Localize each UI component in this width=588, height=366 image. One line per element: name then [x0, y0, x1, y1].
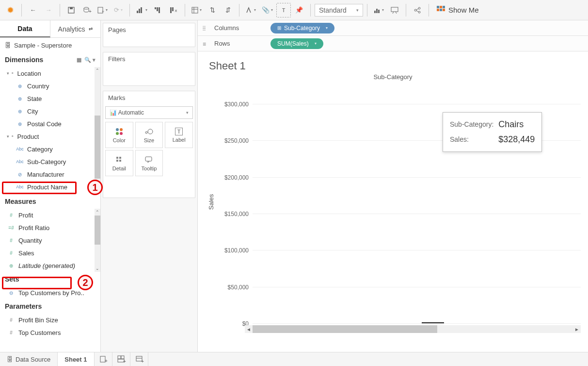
svg-point-35: [116, 128, 119, 131]
marks-tooltip[interactable]: Tooltip: [135, 150, 163, 176]
svg-text:+: +: [89, 9, 92, 14]
pages-shelf[interactable]: Pages: [103, 23, 195, 47]
svg-rect-44: [119, 160, 121, 162]
share-icon[interactable]: [410, 3, 425, 17]
svg-point-37: [116, 132, 119, 135]
marks-detail[interactable]: Detail: [105, 150, 133, 176]
globe-icon: ⊕: [16, 83, 24, 89]
field-city[interactable]: ⊕City: [0, 105, 100, 117]
marks-label[interactable]: TLabel: [165, 122, 193, 148]
sheet-title[interactable]: Sheet 1: [200, 54, 586, 74]
field-manufacturer[interactable]: ⊘Manufacturer: [0, 168, 100, 181]
field-location[interactable]: ▾ ⚬Location: [0, 67, 100, 80]
svg-text:+: +: [105, 358, 108, 364]
svg-rect-32: [437, 9, 439, 11]
redo-icon[interactable]: →: [41, 3, 56, 17]
datasource-row[interactable]: 🗄 Sample - Superstore: [0, 38, 100, 52]
svg-text:+: +: [141, 359, 144, 364]
highlight-icon[interactable]: [243, 3, 258, 17]
rows-shelf[interactable]: ≡Rows SUM(Sales): [198, 36, 588, 51]
svg-rect-12: [170, 7, 172, 13]
field-productname[interactable]: AbcProduct Name: [0, 181, 100, 193]
globe-icon: ⊕: [16, 96, 24, 101]
field-subcategory[interactable]: AbcSub-Category: [0, 155, 100, 168]
svg-point-24: [414, 9, 416, 11]
marks-size[interactable]: Size: [135, 122, 163, 148]
number-icon: #: [7, 238, 16, 243]
field-profit-ratio[interactable]: =#Profit Ratio: [0, 221, 100, 234]
fit-selector[interactable]: Standard: [315, 4, 363, 17]
pill-sumsales[interactable]: SUM(Sales): [270, 38, 323, 49]
new-dashboard-tab-icon[interactable]: +: [112, 352, 130, 366]
field-country[interactable]: ⊕Country: [0, 80, 100, 92]
mark-type-selector[interactable]: 📊 Automatic: [105, 106, 193, 119]
sort2-icon[interactable]: ⇵: [221, 3, 235, 17]
cards-icon[interactable]: [371, 3, 386, 17]
columns-shelf[interactable]: ⦙⦙⦙Columns ⊞Sub-Category: [198, 20, 588, 36]
tableau-logo-icon[interactable]: ✹: [3, 3, 17, 17]
tooltip-icon: [144, 155, 153, 164]
svg-point-26: [418, 11, 420, 13]
number-icon: #: [7, 330, 16, 335]
horizontal-scrollbar[interactable]: ◄ ►: [245, 325, 581, 333]
worksheet-area: ⦙⦙⦙Columns ⊞Sub-Category ≡Rows SUM(Sales…: [198, 20, 588, 352]
sort-desc-icon[interactable]: ⇅: [205, 3, 220, 17]
tab-data[interactable]: Data: [0, 20, 50, 37]
swap-icon[interactable]: [134, 3, 150, 17]
svg-rect-6: [137, 11, 138, 13]
tab-analytics[interactable]: Analytics ⇄: [50, 20, 100, 37]
presentation-icon[interactable]: [387, 3, 402, 17]
field-product[interactable]: ▾ ⚬Product: [0, 130, 100, 143]
clip-icon: ⊘: [16, 172, 24, 177]
svg-rect-29: [437, 6, 439, 8]
set-icon: ⊖: [7, 290, 16, 296]
pill-subcategory[interactable]: ⊞Sub-Category: [270, 23, 334, 33]
x-axis-title: Sub-Category: [200, 73, 586, 81]
svg-rect-21: [391, 7, 398, 12]
clear-icon[interactable]: ×: [166, 3, 181, 17]
dim-tools-icon[interactable]: ▦ 🔍 ▾: [77, 57, 95, 63]
svg-line-22: [393, 12, 394, 14]
new-story-tab-icon[interactable]: +: [130, 352, 148, 366]
undo-icon[interactable]: ←: [26, 3, 40, 17]
show-me-button[interactable]: Show Me: [433, 6, 483, 15]
marks-card: Marks 📊 Automatic Color Size TLabel Deta…: [103, 91, 195, 198]
meas-scrollbar[interactable]: ⌃ ⌄: [95, 209, 100, 272]
field-category[interactable]: AbcCategory: [0, 143, 100, 155]
sort-asc-icon[interactable]: [151, 3, 165, 17]
tab-sheet1[interactable]: Sheet 1: [58, 352, 94, 366]
field-sales[interactable]: #Sales: [0, 247, 100, 259]
new-worksheet-tab-icon[interactable]: +: [95, 352, 112, 366]
marks-color[interactable]: Color: [105, 122, 133, 148]
new-worksheet-icon[interactable]: +: [95, 3, 110, 17]
scroll-right-icon[interactable]: ►: [573, 325, 581, 333]
bar-chairs[interactable]: [422, 322, 444, 323]
number-icon: #: [7, 317, 16, 323]
param-binsize[interactable]: #Profit Bin Size: [0, 314, 100, 326]
visualization[interactable]: Sheet 1 Sub-Category Sales $0$50,000$100…: [200, 53, 586, 350]
svg-rect-34: [443, 9, 445, 11]
text-icon[interactable]: T: [276, 3, 291, 17]
field-latitude[interactable]: ⊕Latitude (generated): [0, 259, 100, 272]
number-icon: #: [7, 213, 16, 218]
filters-shelf[interactable]: Filters: [103, 52, 195, 86]
measures-header: Measures: [0, 194, 100, 209]
save-icon[interactable]: [64, 3, 79, 17]
refresh-icon[interactable]: ⟳: [111, 3, 126, 17]
pin-icon[interactable]: 📌: [292, 3, 306, 17]
param-topcust[interactable]: #Top Customers: [0, 326, 100, 339]
dim-scrollbar[interactable]: ⌃ ⌄: [95, 67, 100, 193]
svg-text:×: ×: [175, 8, 177, 14]
field-postal[interactable]: ⊕Postal Code: [0, 117, 100, 130]
field-quantity[interactable]: #Quantity: [0, 234, 100, 247]
attach-icon[interactable]: 📎: [259, 3, 275, 17]
new-datasource-icon[interactable]: +: [79, 3, 94, 17]
field-profit[interactable]: #Profit: [0, 209, 100, 221]
svg-text:+: +: [123, 359, 126, 364]
tab-datasource[interactable]: 🗄Data Source: [0, 352, 58, 366]
field-set-topcust[interactable]: ⊖Top Customers by Pro..: [0, 286, 100, 299]
totals-icon[interactable]: [189, 3, 204, 17]
scroll-left-icon[interactable]: ◄: [245, 325, 253, 333]
svg-rect-41: [116, 157, 118, 159]
field-state[interactable]: ⊕State: [0, 92, 100, 105]
